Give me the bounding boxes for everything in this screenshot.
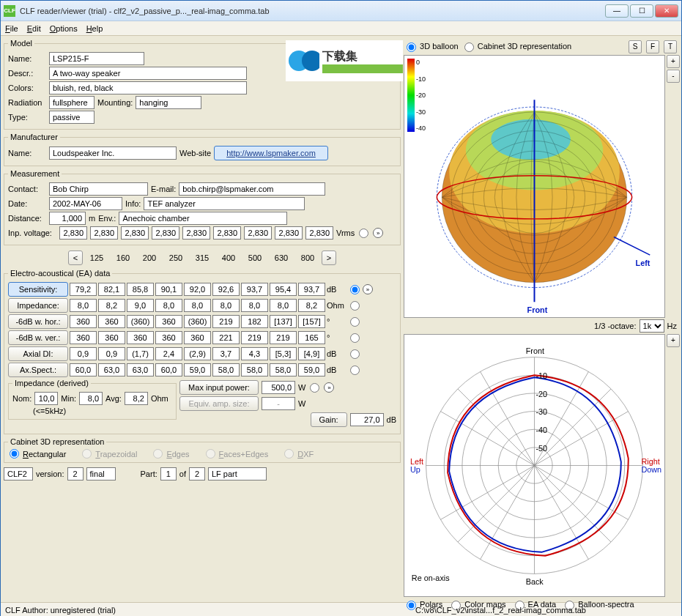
descr-field[interactable]: A two-way speaker — [49, 67, 247, 80]
ea-cell[interactable]: 58,0 — [212, 363, 240, 376]
ea-cell[interactable]: 8,2 — [98, 299, 125, 312]
contact-field[interactable]: Bob Chirp — [49, 182, 148, 196]
ea-cell[interactable]: 58,0 — [241, 363, 268, 376]
ea-cell[interactable]: 360 — [155, 315, 182, 328]
ea-cell[interactable]: 63,0 — [98, 363, 125, 376]
balloon-radio[interactable]: 3D balloon — [405, 42, 459, 52]
ea-cell[interactable]: 93,7 — [298, 283, 325, 296]
ea-cell[interactable]: 58,0 — [270, 363, 297, 376]
colors-field[interactable]: bluish, red, black — [49, 81, 247, 94]
ea-radio[interactable] — [350, 349, 360, 359]
ea-cell[interactable]: 8,0 — [70, 299, 97, 312]
ea-row-button[interactable]: -6dB w. hor.: — [8, 314, 68, 329]
ea-cell[interactable]: 360 — [127, 331, 154, 344]
ea-cell[interactable]: (360) — [127, 315, 154, 328]
balloon-plot[interactable]: 0-10-20-30-40 — [404, 55, 665, 318]
menu-file[interactable]: File — [5, 24, 18, 33]
ea-cell[interactable]: 8,0 — [184, 299, 211, 312]
ea-radio[interactable] — [350, 333, 360, 343]
menu-options[interactable]: Options — [50, 24, 78, 33]
ea-cell[interactable]: [5,3] — [270, 347, 297, 360]
volt-cell[interactable]: 2,830 — [275, 226, 303, 240]
freq-prev-button[interactable]: < — [68, 251, 83, 265]
avg-field[interactable]: 8,2 — [125, 392, 148, 405]
manu-name-field[interactable]: Loudspeaker Inc. — [49, 146, 177, 160]
env-field[interactable]: Anechoic chamber — [119, 212, 287, 225]
ea-radio[interactable] — [350, 365, 360, 375]
minus-button-top[interactable]: - — [667, 70, 680, 83]
ea-cell[interactable]: 59,0 — [184, 363, 211, 376]
volt-cell[interactable]: 2,830 — [121, 226, 149, 240]
ea-cell[interactable]: 0,9 — [70, 347, 97, 360]
octave-select[interactable]: 1k — [640, 319, 664, 333]
polar-plot[interactable]: Front Back Left Up Right Down Re on-axis… — [404, 334, 665, 597]
menu-help[interactable]: Help — [86, 24, 103, 33]
ea-row-button[interactable]: -6dB w. ver.: — [8, 330, 68, 345]
max-radio[interactable] — [310, 383, 319, 393]
type-field[interactable]: passive — [49, 111, 94, 124]
ea-cell[interactable]: 90,1 — [155, 283, 182, 296]
mounting-field[interactable]: hanging — [136, 96, 201, 109]
volt-cell[interactable]: 2,830 — [59, 226, 87, 240]
volt-cell[interactable]: 2,830 — [182, 226, 210, 240]
plus-button-bottom[interactable]: + — [667, 334, 680, 347]
ea-radio[interactable] — [350, 317, 360, 327]
ea-cell[interactable]: (1,7) — [127, 347, 154, 360]
volt-cell[interactable]: 2,830 — [305, 226, 333, 240]
ea-cell[interactable]: 360 — [70, 331, 97, 344]
close-button[interactable]: ✕ — [655, 4, 678, 18]
ea-cell[interactable]: [4,9] — [298, 347, 325, 360]
ea-cell[interactable]: [157] — [298, 315, 325, 328]
ea-cell[interactable]: 60,0 — [70, 363, 97, 376]
ea-cell[interactable]: 0,9 — [98, 347, 125, 360]
ea-cell[interactable]: (2,9) — [184, 347, 211, 360]
ea-cell[interactable]: 8,0 — [241, 299, 268, 312]
ea-cell[interactable]: 59,0 — [298, 363, 325, 376]
ea-cell[interactable]: 4,3 — [241, 347, 268, 360]
gain-field[interactable]: 27,0 — [350, 413, 384, 426]
ea-cell[interactable]: (360) — [184, 315, 211, 328]
ea-row-button[interactable]: Axial DI: — [8, 346, 68, 361]
ea-cell[interactable]: 92,0 — [184, 283, 211, 296]
ea-row-button[interactable]: Impedance: — [8, 298, 68, 313]
freq-next-button[interactable]: > — [322, 251, 336, 265]
ea-cell[interactable]: 165 — [298, 331, 325, 344]
ea-cell[interactable]: [137] — [270, 315, 297, 328]
radiation-field[interactable]: fullsphere — [49, 96, 94, 109]
ea-cell[interactable]: 360 — [98, 315, 125, 328]
cab-option[interactable]: Rectangular — [8, 449, 66, 459]
ea-cell[interactable]: 8,0 — [270, 299, 297, 312]
ea-cell[interactable]: 8,2 — [298, 299, 325, 312]
ea-cell[interactable]: 360 — [184, 331, 211, 344]
maximize-button[interactable]: ☐ — [630, 4, 653, 18]
ea-cell[interactable]: 60,0 — [155, 363, 182, 376]
ea-cell[interactable]: 219 — [212, 315, 240, 328]
min-field[interactable]: 8,0 — [79, 392, 103, 405]
minimize-button[interactable]: — — [605, 4, 629, 18]
ea-radio[interactable] — [350, 301, 360, 311]
ea-cell[interactable]: 360 — [70, 315, 97, 328]
nom-field[interactable]: 10,0 — [34, 392, 58, 405]
ea-radio[interactable] — [350, 285, 360, 294]
volt-chevron-icon[interactable]: » — [373, 228, 383, 238]
f-button[interactable]: F — [646, 40, 659, 53]
ea-cell[interactable]: 63,0 — [127, 363, 154, 376]
gain-button[interactable]: Gain: — [311, 412, 347, 427]
ea-cell[interactable]: 85,8 — [127, 283, 154, 296]
ea-cell[interactable]: 221 — [212, 331, 240, 344]
ea-cell[interactable]: 8,0 — [155, 299, 182, 312]
max-power-field[interactable]: 500,0 — [262, 381, 295, 394]
ea-cell[interactable]: 219 — [241, 331, 268, 344]
ea-cell[interactable]: 82,1 — [98, 283, 125, 296]
volt-cell[interactable]: 2,830 — [90, 226, 118, 240]
s-button[interactable]: S — [629, 40, 642, 53]
ea-cell[interactable]: 2,4 — [155, 347, 182, 360]
date-field[interactable]: 2002-MAY-06 — [49, 197, 122, 210]
max-power-button[interactable]: Max input power: — [179, 380, 259, 395]
volt-cell[interactable]: 2,830 — [152, 226, 179, 240]
ea-cell[interactable]: 360 — [155, 331, 182, 344]
ea-row-button[interactable]: Ax.Spect.: — [8, 363, 68, 377]
ea-cell[interactable]: 8,0 — [212, 299, 240, 312]
ea-cell[interactable]: 9,0 — [127, 299, 154, 312]
ea-row-button[interactable]: Sensitivity: — [8, 282, 68, 297]
